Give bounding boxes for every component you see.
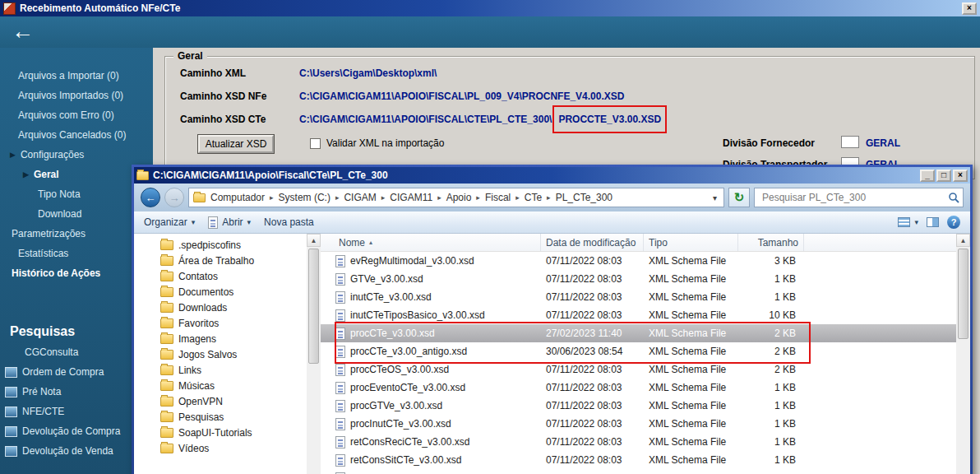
chevron-right-icon[interactable]: ▸ — [335, 193, 340, 202]
close-icon[interactable]: × — [962, 2, 977, 15]
sidebar-item-parametrizacoes[interactable]: Parametrizações — [0, 224, 153, 244]
caminho-xsd-nfe-value: C:\CIGAM\CIGAM11\APOIO\FISCAL\PL_009_V4\… — [299, 91, 624, 102]
sidebar-item-configuracoes[interactable]: ▶Configurações — [0, 145, 153, 165]
breadcrumb-segment[interactable]: PL_CTe_300 — [553, 190, 615, 205]
breadcrumb-segment[interactable]: CIGAM — [341, 190, 378, 205]
breadcrumb-segment[interactable]: CIGAM11 — [387, 190, 435, 205]
tree-item[interactable]: SoapUI-Tutorials — [134, 425, 307, 440]
chevron-down-icon[interactable]: ▾ — [710, 193, 719, 202]
sidebar-item-nfe-cte[interactable]: NFE/CTE — [0, 402, 153, 421]
help-button[interactable]: ? — [947, 216, 960, 229]
folder-icon — [193, 193, 206, 202]
tree-scrollbar[interactable]: ▲ — [307, 234, 321, 474]
tree-item[interactable]: Jogos Salvos — [134, 346, 307, 362]
breadcrumb[interactable]: Computador ▸ System (C:) ▸ CIGAM ▸ CIGAM… — [188, 188, 724, 207]
tree-item[interactable]: Vídeos — [134, 440, 307, 456]
breadcrumb-segment[interactable]: Computador — [208, 190, 267, 205]
sidebar-item-ordem-de-compra[interactable]: Ordem de Compra — [0, 362, 153, 382]
explorer-titlebar: C:\CIGAM\CIGAM11\Apoio\Fiscal\CTe\PL_CTe… — [134, 167, 970, 184]
explorer-title: C:\CIGAM\CIGAM11\Apoio\Fiscal\CTe\PL_CTe… — [153, 170, 918, 181]
tree-item[interactable]: Músicas — [134, 378, 307, 393]
sidebar-item-estatisticas[interactable]: Estatísticas — [0, 244, 153, 263]
list-scrollbar[interactable]: ▲ — [956, 234, 970, 474]
tree-item[interactable]: OpenVPN — [134, 393, 307, 409]
column-header-tipo[interactable]: Tipo — [644, 234, 738, 251]
annotation-box-files — [335, 322, 811, 364]
sidebar-item-devolucao-de-venda[interactable]: Devolução de Venda — [0, 441, 153, 461]
tree-item[interactable]: Documentos — [134, 284, 307, 300]
sidebar-item-tipo-nota[interactable]: Tipo Nota — [0, 184, 153, 204]
sidebar-item-cgconsulta[interactable]: CGConsulta — [0, 342, 153, 362]
scrollbar-thumb[interactable] — [958, 249, 968, 339]
header-band — [0, 16, 980, 48]
breadcrumb-segment[interactable]: CTe — [522, 190, 544, 205]
refresh-button[interactable]: ↻ — [728, 188, 750, 207]
sidebar-item-geral[interactable]: ▶Geral — [0, 165, 153, 184]
file-row[interactable]: retConsSitCTe_v3.00.xsd07/11/2022 08:03X… — [321, 451, 956, 469]
tree-item[interactable]: Downloads — [134, 300, 307, 315]
file-row[interactable]: inutCTe_v3.00.xsd07/11/2022 08:03XML Sch… — [321, 288, 956, 306]
scroll-up-icon[interactable]: ▲ — [307, 234, 321, 247]
minimize-icon[interactable]: _ — [920, 170, 935, 182]
sidebar-item-devolucao-de-compra[interactable]: Devolução de Compra — [0, 421, 153, 441]
sidebar-item-arquivos-cancelados[interactable]: Arquivos Cancelados (0) — [0, 125, 153, 145]
sidebar-item-historico-de-acoes[interactable]: Histórico de Ações — [0, 263, 153, 283]
search-input[interactable] — [760, 191, 948, 204]
chevron-right-icon[interactable]: ▸ — [515, 193, 520, 202]
file-row[interactable]: retConsReciCTe_v3.00.xsd07/11/2022 08:03… — [321, 433, 956, 451]
tree-item[interactable]: Contatos — [134, 268, 307, 284]
scroll-up-icon[interactable]: ▲ — [956, 234, 970, 247]
chevron-right-icon[interactable]: ▸ — [476, 193, 480, 202]
chevron-right-icon[interactable]: ▸ — [437, 193, 441, 202]
scrollbar-thumb[interactable] — [308, 249, 319, 364]
column-header-nome[interactable]: Nome▴ — [321, 234, 541, 251]
nav-back-button[interactable]: ← — [141, 188, 160, 207]
file-row-partial[interactable] — [321, 469, 956, 474]
file-row[interactable]: GTVe_v3.00.xsd07/11/2022 08:03XML Schema… — [321, 270, 956, 288]
xsd-file-icon — [335, 436, 345, 448]
validar-xml-checkbox[interactable] — [310, 138, 321, 149]
file-row[interactable]: evRegMultimodal_v3.00.xsd07/11/2022 08:0… — [321, 252, 956, 270]
close-icon[interactable]: × — [953, 170, 968, 182]
organizar-button[interactable]: Organizar▾ — [144, 216, 195, 228]
change-view-button[interactable]: ▾ — [898, 217, 918, 227]
sidebar-item-arquivos-com-erro[interactable]: Arquivos com Erro (0) — [0, 105, 153, 125]
sidebar-item-pre-nota[interactable]: Pré Nota — [0, 382, 153, 402]
chevron-right-icon[interactable]: ▸ — [547, 193, 551, 202]
sidebar-item-download[interactable]: Download — [0, 204, 153, 224]
column-header-data[interactable]: Data de modificação — [541, 234, 644, 251]
tree-item[interactable]: Links — [134, 362, 307, 378]
breadcrumb-segment[interactable]: Fiscal — [483, 190, 513, 205]
back-button[interactable]: ← — [12, 17, 34, 45]
nav-forward-button[interactable]: → — [164, 188, 184, 207]
preview-pane-button[interactable] — [927, 217, 939, 227]
file-row[interactable]: procInutCTe_v3.00.xsd07/11/2022 08:03XML… — [321, 415, 956, 433]
file-row[interactable]: procGTVe_v3.00.xsd07/11/2022 08:03XML Sc… — [321, 397, 956, 415]
main-window-title: Recebimento Automático NFe/CTe — [20, 2, 960, 14]
tree-item[interactable]: Favoritos — [134, 315, 307, 331]
sidebar-item-arquivos-a-importar[interactable]: Arquivos a Importar (0) — [0, 66, 153, 86]
column-header-tamanho[interactable]: Tamanho — [738, 234, 804, 251]
xsd-file-icon — [335, 273, 345, 286]
tree-item[interactable]: .spedpiscofins — [134, 237, 307, 253]
devolucao-de-venda-icon — [5, 446, 17, 457]
folder-icon — [160, 381, 173, 391]
file-row[interactable]: procEventoCTe_v3.00.xsd07/11/2022 08:03X… — [321, 379, 956, 397]
xsd-file-icon — [335, 382, 345, 394]
tree-item[interactable]: Pesquisas — [134, 409, 307, 425]
atualizar-xsd-button[interactable]: Atualizar XSD — [198, 135, 274, 153]
tree-item[interactable]: Área de Trabalho — [134, 253, 307, 268]
abrir-button[interactable]: Abrir▾ — [208, 216, 251, 229]
chevron-right-icon[interactable]: ▸ — [270, 193, 274, 202]
tree-item[interactable]: Imagens — [134, 331, 307, 346]
chevron-right-icon[interactable]: ▸ — [381, 193, 386, 202]
file-icon — [208, 216, 218, 229]
folder-icon — [160, 318, 173, 328]
breadcrumb-segment[interactable]: System (C:) — [276, 190, 333, 205]
divisao-fornecedor-field[interactable] — [841, 136, 859, 148]
nova-pasta-button[interactable]: Nova pasta — [264, 216, 314, 228]
maximize-icon[interactable]: □ — [936, 170, 951, 182]
sidebar-item-arquivos-importados[interactable]: Arquivos Importados (0) — [0, 86, 153, 105]
breadcrumb-segment[interactable]: Apoio — [444, 190, 474, 205]
folder-icon — [160, 428, 173, 438]
